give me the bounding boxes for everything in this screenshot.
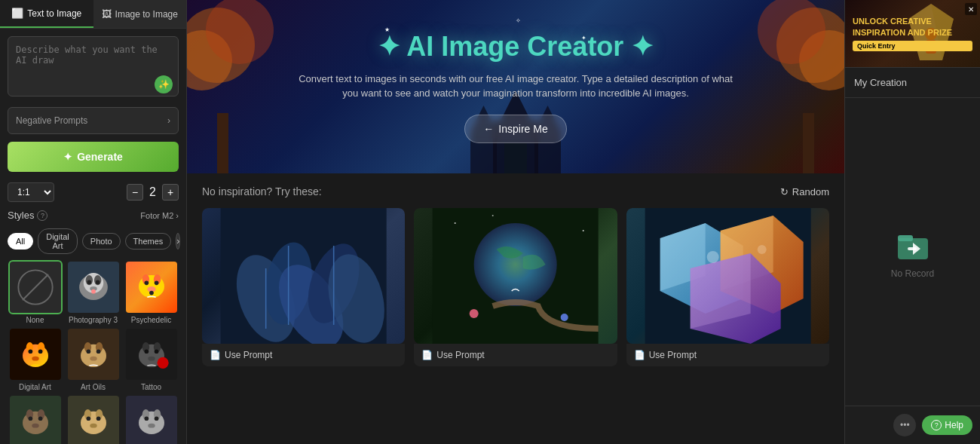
style-tab-digital[interactable]: Digital Art (38, 228, 78, 254)
svg-point-54 (90, 424, 96, 428)
use-prompt-2[interactable]: 📄 Use Prompt (414, 344, 617, 366)
inspire-arrow-icon: ← (483, 123, 494, 135)
style-item-tattoo[interactable]: Tattoo (124, 327, 179, 391)
style-item-art-oils[interactable]: Art Oils (66, 327, 121, 391)
style-item-8[interactable] (66, 394, 121, 444)
use-prompt-3[interactable]: 📄 Use Prompt (626, 344, 829, 366)
prompt-input[interactable] (8, 36, 179, 96)
style-item-none[interactable]: None (8, 260, 63, 324)
inspire-me-button[interactable]: ← Inspire Me (464, 115, 566, 143)
inspire-label: Inspire Me (498, 123, 547, 135)
help-circle-icon: ? (931, 420, 942, 430)
photography3-thumb (66, 260, 121, 314)
my-creation-label: My Creation (854, 77, 907, 88)
right-panel: ✕ UNLOCK CREATIVE INSPIRATION AND PRIZE … (844, 0, 980, 444)
style-tab-all[interactable]: All (8, 233, 33, 250)
leaves-image (202, 208, 405, 344)
use-prompt-label-2: Use Prompt (436, 350, 484, 360)
svg-point-45 (28, 416, 32, 421)
style-item-photography3[interactable]: Photography 3 (66, 260, 121, 324)
quantity-increase[interactable]: + (162, 184, 179, 201)
quantity-control: − 2 + (127, 184, 179, 201)
inspiration-grid: 📄 Use Prompt (202, 208, 829, 366)
svg-point-25 (32, 357, 38, 361)
inspiration-card-1[interactable]: 📄 Use Prompt (202, 208, 405, 366)
random-button[interactable]: ↻ Random (780, 186, 829, 198)
use-prompt-1[interactable]: 📄 Use Prompt (202, 344, 405, 366)
style-item-9[interactable] (124, 394, 179, 444)
art-oils-thumb (66, 327, 121, 381)
svg-point-18 (149, 291, 154, 295)
svg-rect-107 (908, 247, 917, 250)
tab-text-to-image[interactable]: ⬜ Text to Image (0, 0, 93, 28)
fotor-chevron-icon: › (176, 211, 179, 220)
svg-point-89 (583, 230, 584, 231)
svg-point-24 (38, 349, 42, 354)
ratio-row: 1:1 4:3 3:4 16:9 − 2 + (0, 179, 186, 205)
negative-prompts-row[interactable]: Negative Prompts › (8, 107, 179, 134)
moon-svg (414, 208, 617, 344)
svg-point-39 (148, 357, 155, 361)
fotor-link[interactable]: Fotor M2 › (140, 211, 179, 220)
style-item-digital-art[interactable]: Digital Art (8, 327, 63, 391)
use-prompt-label-1: Use Prompt (225, 350, 272, 360)
my-creation-header: My Creation (845, 68, 980, 98)
generate-label: Generate (77, 151, 123, 163)
svg-point-88 (492, 215, 494, 216)
style-none-label: None (26, 316, 44, 324)
use-prompt-label-3: Use Prompt (649, 350, 697, 360)
style-scroll-right[interactable]: › (176, 233, 180, 250)
digital-art-thumb (8, 327, 63, 381)
inspiration-card-2[interactable]: 📄 Use Prompt (414, 208, 617, 366)
svg-point-23 (28, 349, 32, 354)
ad-cta: Quick Entry (853, 41, 972, 51)
ice-svg (626, 208, 829, 344)
style9-thumb (124, 394, 179, 444)
style-item-7[interactable] (8, 394, 63, 444)
svg-point-31 (96, 349, 100, 354)
help-button[interactable]: ? Help (922, 415, 972, 435)
style8-thumb (66, 394, 121, 444)
ratio-select[interactable]: 1:1 4:3 3:4 16:9 (8, 182, 54, 202)
ad-content: UNLOCK CREATIVE INSPIRATION AND PRIZE Qu… (845, 0, 980, 67)
digital-art-preview (10, 329, 61, 380)
photography3-preview (68, 262, 119, 313)
svg-point-87 (455, 222, 456, 224)
svg-point-100 (706, 251, 718, 263)
quantity-decrease[interactable]: − (127, 184, 143, 201)
hero-subtitle: Convert text to images in seconds with o… (289, 72, 742, 101)
style-tab-themes[interactable]: Themes (125, 233, 172, 250)
refresh-icon: ↻ (780, 186, 789, 198)
digital-art-label: Digital Art (19, 383, 51, 391)
svg-point-30 (86, 349, 90, 354)
hero-title: ✦ AI Image Creator ✦ (378, 31, 654, 63)
tattoo-label: Tattoo (141, 383, 161, 391)
style-item-psychedelic[interactable]: Psychedelic (124, 260, 179, 324)
content-area: No inspiration? Try these: ↻ Random (187, 173, 844, 444)
ice-image (626, 208, 829, 344)
inspiration-card-3[interactable]: 📄 Use Prompt (626, 208, 829, 366)
svg-point-7 (87, 280, 91, 285)
no-record-area: No Record (845, 98, 980, 406)
art-oils-label: Art Oils (81, 383, 106, 391)
generate-button[interactable]: ✦ Generate (8, 142, 179, 172)
none-thumb (8, 260, 63, 314)
magic-icon[interactable]: ✨ (155, 75, 173, 93)
tattoo-preview (126, 329, 177, 380)
left-panel: ⬜ Text to Image 🖼 Image to Image ✨ Negat… (0, 0, 187, 444)
cursor-icon-2: 📄 (421, 350, 433, 360)
main-area: ★ ✦ ✧ (187, 0, 844, 444)
moon-image (414, 208, 617, 344)
svg-point-15 (144, 281, 149, 286)
psychedelic-preview (126, 262, 177, 313)
tab-image-label: Image to Image (115, 9, 178, 20)
styles-header: Styles ? Fotor M2 › (0, 205, 186, 225)
style8-preview (68, 396, 119, 444)
inspiration-header: No inspiration? Try these: ↻ Random (202, 185, 829, 198)
style-tab-photo[interactable]: Photo (82, 233, 121, 250)
styles-text: Styles (8, 210, 34, 221)
hero-overlay: ✦ AI Image Creator ✦ Convert text to ima… (187, 0, 844, 173)
tab-text-label: Text to Image (27, 8, 81, 19)
more-button[interactable]: ••• (893, 414, 916, 436)
tab-image-to-image[interactable]: 🖼 Image to Image (93, 0, 187, 28)
